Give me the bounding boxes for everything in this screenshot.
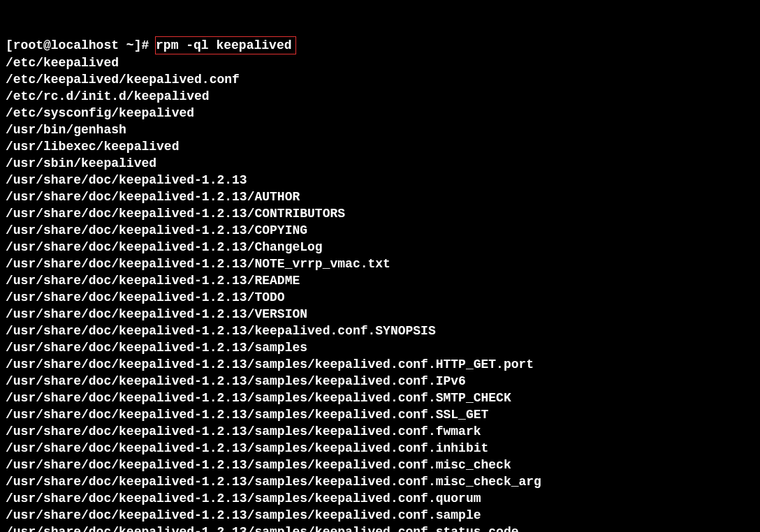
output-line: /usr/share/doc/keepalived-1.2.13/samples… — [6, 507, 754, 524]
command-input[interactable]: rpm -ql keepalived — [155, 36, 296, 54]
output-line: /usr/libexec/keepalived — [6, 138, 754, 155]
output-line: /usr/share/doc/keepalived-1.2.13/keepali… — [6, 323, 754, 339]
output-line: /usr/share/doc/keepalived-1.2.13/AUTHOR — [6, 189, 754, 205]
output-line: /usr/share/doc/keepalived-1.2.13/COPYING — [6, 222, 754, 239]
output-line: /etc/rc.d/init.d/keepalived — [6, 88, 754, 105]
output-line: /usr/share/doc/keepalived-1.2.13/samples… — [6, 390, 754, 406]
output-line: /usr/share/doc/keepalived-1.2.13/TODO — [6, 289, 754, 306]
output-line: /usr/share/doc/keepalived-1.2.13/samples… — [6, 490, 754, 507]
output-line: /etc/sysconfig/keepalived — [6, 105, 754, 121]
output-line: /usr/share/doc/keepalived-1.2.13/samples… — [6, 473, 754, 490]
output-line: /usr/sbin/keepalived — [6, 155, 754, 172]
output-line: /usr/share/doc/keepalived-1.2.13/samples… — [6, 356, 754, 373]
shell-prompt: [root@localhost ~]# — [6, 38, 149, 52]
output-line: /etc/keepalived/keepalived.conf — [6, 71, 754, 88]
output-line: /usr/share/doc/keepalived-1.2.13/ChangeL… — [6, 239, 754, 256]
output-line: /usr/share/doc/keepalived-1.2.13/samples… — [6, 406, 754, 423]
output-line: /usr/share/doc/keepalived-1.2.13/VERSION — [6, 306, 754, 323]
output-line: /usr/share/doc/keepalived-1.2.13/README — [6, 272, 754, 289]
output-line: /etc/keepalived — [6, 54, 754, 71]
output-line: /usr/share/doc/keepalived-1.2.13/samples… — [6, 440, 754, 457]
terminal-pane[interactable]: [root@localhost ~]# rpm -ql keepalived/e… — [0, 0, 760, 532]
command-output: /etc/keepalived/etc/keepalived/keepalive… — [6, 54, 754, 532]
output-line: /usr/share/doc/keepalived-1.2.13/samples… — [6, 423, 754, 440]
output-line: /usr/bin/genhash — [6, 121, 754, 138]
prompt-line: [root@localhost ~]# rpm -ql keepalived — [6, 36, 754, 54]
output-line: /usr/share/doc/keepalived-1.2.13/NOTE_vr… — [6, 256, 754, 272]
output-line: /usr/share/doc/keepalived-1.2.13/samples… — [6, 373, 754, 390]
output-line: /usr/share/doc/keepalived-1.2.13/samples — [6, 339, 754, 356]
output-line: /usr/share/doc/keepalived-1.2.13/CONTRIB… — [6, 205, 754, 222]
output-line: /usr/share/doc/keepalived-1.2.13/samples… — [6, 457, 754, 473]
output-line: /usr/share/doc/keepalived-1.2.13 — [6, 172, 754, 189]
output-line: /usr/share/doc/keepalived-1.2.13/samples… — [6, 524, 754, 532]
